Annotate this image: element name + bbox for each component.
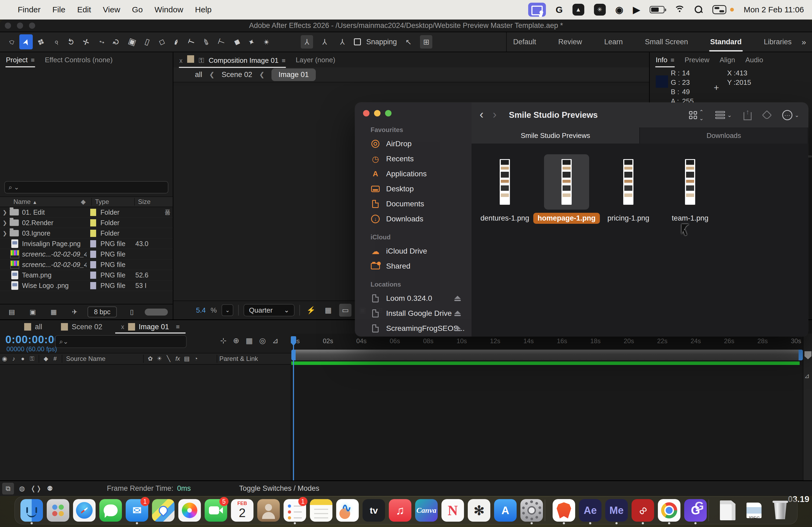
dock-app-icon[interactable]: ♫ [389,499,411,522]
menu-item[interactable]: Help [195,5,212,14]
dock-app-icon[interactable] [709,499,714,522]
dock-app[interactable] [545,496,551,524]
file-name[interactable]: dentures-1.png [476,213,534,224]
label-color-chip[interactable] [90,240,96,247]
time-ruler[interactable]: 0s02s04s06s08s10s12s14s16s18s20s22s24s26… [291,337,803,350]
dock-app-icon[interactable]: A [494,499,517,522]
panel-tab[interactable]: Info≡ [655,53,675,67]
dock-app[interactable] [176,496,203,524]
share-icon[interactable] [743,110,752,120]
project-item-row[interactable]: Invisalign Page.png PNG file 43.0 [0,239,173,249]
sidebar-item[interactable]: Desktop [355,181,472,196]
dock-app-icon[interactable]: N [441,499,464,522]
project-item-row[interactable]: ❯ 01. Edit Folder 품 [0,207,173,217]
panel-tab[interactable]: Effect Controls (none) [44,53,113,67]
dock-app-icon[interactable]: G [684,499,707,522]
project-item-row[interactable]: screenc...-02-02-09_49_42.png PNG file [0,259,173,270]
breadcrumb-mid[interactable]: Scene 02 [221,71,252,79]
roi-icon[interactable]: ▭ [339,304,351,317]
motion-blur-icon[interactable]: ◎ [259,336,265,345]
file-thumbnail[interactable] [685,159,695,205]
dock-app[interactable] [551,496,577,524]
playhead[interactable] [293,336,294,480]
shrink-icon[interactable]: ↖ [402,35,415,48]
dock-app[interactable] [767,496,794,524]
current-timecode[interactable]: 0:00:00:00 [5,333,61,346]
menu-item[interactable]: File [52,5,65,14]
project-search-input[interactable]: ⌕⌄ [4,181,168,194]
dock-app[interactable]: ♫ [387,496,413,524]
play-circle-icon[interactable]: ▶ [633,3,640,16]
ae-tool-button[interactable]: ✦ [245,34,258,49]
dock-app-icon[interactable] [658,499,680,522]
ae-tool-button[interactable]: ✒ [170,34,183,49]
transparency-grid-icon[interactable]: ▦ [322,304,334,317]
new-folder-icon[interactable]: ▣ [27,306,39,318]
close-tab-icon[interactable]: x [179,57,183,64]
panel-tab[interactable]: Preview [684,53,710,67]
quality-switch-icon[interactable]: ╲ [164,355,173,362]
dock-app[interactable]: FEB 2 [229,496,255,524]
panel-tab[interactable]: Project≡ [5,53,35,67]
dock-app[interactable] [98,496,124,524]
breadcrumb-root[interactable]: all [195,71,202,79]
toggle-switches-button[interactable]: Toggle Switches / Modes [239,484,320,493]
ae-tool-button[interactable]: ◆ [230,34,243,49]
dock-app-icon[interactable] [545,499,551,522]
dock-app[interactable]: Ae [577,496,603,524]
timeline-layer-area[interactable] [0,365,291,480]
ae-tool-button[interactable]: ✛ [79,34,93,49]
frame-blend-switch-icon[interactable]: ▤ [182,355,191,362]
comp-marker-bin-icon[interactable] [804,351,811,359]
twirl-icon[interactable]: ❯ [0,230,10,236]
dock-app[interactable]: G [682,496,709,524]
mask-mode-icon[interactable]: ◍ [16,483,28,495]
tags-icon[interactable] [764,111,770,119]
sidebar-item[interactable]: AirDrop [355,136,472,151]
menu-item[interactable]: Edit [77,5,91,14]
ae-tool-button[interactable]: ✐ [200,34,213,49]
dock-app[interactable]: ✉ 1 [124,496,150,524]
workspace-tab[interactable]: Small Screen [643,34,690,50]
menu-item[interactable]: Window [155,5,184,14]
zoom-value[interactable]: 5.4 [196,306,206,315]
motion-blur-switch-icon[interactable]: ◔ [191,355,201,362]
file-thumbnail[interactable] [562,159,572,205]
battery-icon[interactable] [650,6,665,13]
eject-icon[interactable] [454,296,461,301]
dock-app-icon[interactable] [178,499,201,522]
timeline-tab[interactable]: Scene 02 [53,320,110,333]
delete-icon[interactable]: ▯ [126,306,138,318]
menu-item[interactable]: Go [132,5,143,14]
label-color-chip[interactable] [90,272,96,279]
in-out-icon[interactable]: ❬❭ [30,483,42,495]
file-item[interactable]: homepage-1.png [544,154,589,224]
composition-mini-flowchart-icon[interactable]: ⊹ [220,336,226,345]
dock-app-icon[interactable] [336,499,359,522]
forward-button[interactable]: › [493,108,497,121]
project-item-row[interactable]: screenc...-02-02-09_49_42.png PNG file [0,249,173,259]
world-axis-icon[interactable]: ⅄ [318,35,331,48]
eject-icon[interactable] [454,311,461,316]
sidebar-item[interactable]: A Applications [355,166,472,181]
file-name[interactable]: pricing-1.png [603,213,654,224]
project-item-row[interactable]: Team.png PNG file 52.6 [0,270,173,281]
project-item-row[interactable]: ❯ 03.Ignore Folder [0,228,173,239]
ae-tool-button[interactable]: ⌂ [4,34,18,49]
dock-app-icon[interactable] [73,499,96,522]
grammarly-icon[interactable]: G [555,3,563,16]
zoom-dropdown[interactable]: ⌄ [221,304,233,316]
workspace-tab[interactable]: Review [557,34,584,50]
dock-app[interactable]: Canva [413,496,439,524]
label-column-icon[interactable]: ◆ [41,355,50,362]
dock-app-icon[interactable] [20,499,43,522]
label-color-chip[interactable] [90,261,96,268]
dock-app-icon[interactable]: ∞ [632,499,654,522]
sidebar-item-volume[interactable]: Install Google Drive [355,306,472,321]
graph-editor-toggle-icon[interactable]: ⊿ [804,372,810,380]
twirl-icon[interactable]: ❯ [0,209,10,215]
workspace-tab[interactable]: Standard [709,34,743,50]
dock-app[interactable] [71,496,98,524]
file-name[interactable]: team-1.png [668,213,713,224]
new-comp-icon[interactable]: ▦ [48,306,60,318]
